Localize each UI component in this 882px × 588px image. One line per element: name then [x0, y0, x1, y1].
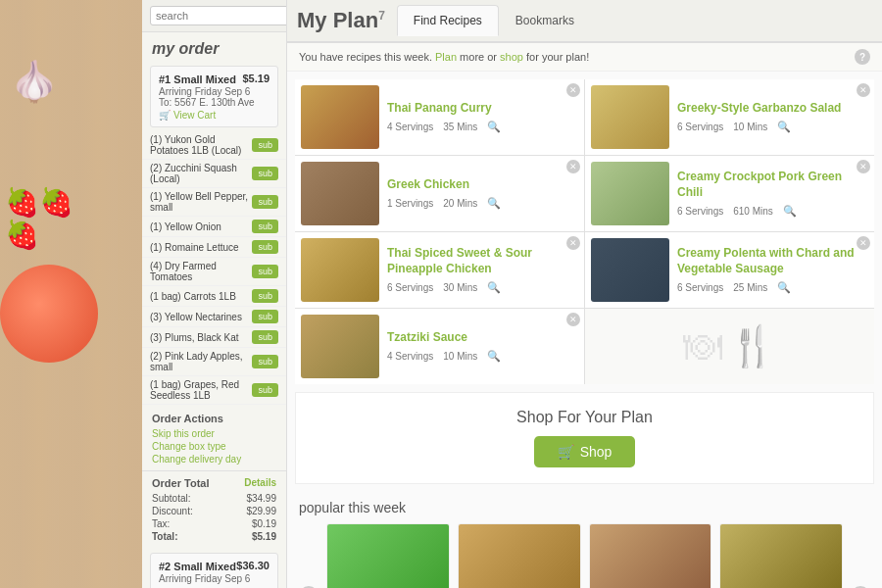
notif-more: more or: [460, 51, 497, 63]
order-total-section: Order Total Details Subtotal: $34.99 Dis…: [142, 470, 286, 549]
order-title-1: #1 Small Mixed: [159, 74, 236, 85]
subtotal-row: Subtotal: $34.99: [152, 492, 276, 505]
recipe-image: [591, 238, 669, 302]
skip-order-link[interactable]: Skip this order: [152, 428, 276, 439]
popular-card[interactable]: Chickpea Quinoa Pineapple Burgers 10 peo…: [589, 523, 712, 588]
sub-button[interactable]: sub: [252, 240, 278, 254]
plan-title: My Plan7: [297, 0, 397, 41]
remove-recipe-button[interactable]: ✕: [566, 313, 580, 326]
recipe-search-icon[interactable]: 🔍: [487, 121, 501, 133]
recipe-search-icon[interactable]: 🔍: [783, 205, 797, 218]
remove-recipe-button[interactable]: ✕: [566, 236, 580, 250]
recipe-name[interactable]: Creamy Polenta with Chard and Vegetable …: [677, 246, 868, 276]
change-delivery-link[interactable]: Change delivery day: [152, 454, 276, 465]
order-item-name: (1) Yukon Gold Potatoes 1LB (Local): [150, 134, 252, 156]
popular-image: [459, 524, 580, 588]
view-cart-label: View Cart: [173, 110, 216, 121]
recipe-search-icon[interactable]: 🔍: [487, 281, 501, 294]
popular-image: [720, 524, 842, 588]
recipe-time: 35 Mins: [443, 122, 477, 132]
recipe-image: [591, 85, 669, 149]
sub-button[interactable]: sub: [252, 138, 278, 152]
grapefruit-icon: [0, 265, 98, 363]
remove-recipe-button[interactable]: ✕: [566, 83, 580, 97]
main-content: My Plan7 Find Recipes Bookmarks You have…: [287, 0, 882, 588]
discount-label: Discount:: [152, 506, 193, 516]
tab-bookmarks[interactable]: Bookmarks: [499, 5, 591, 36]
recipe-info: Creamy Crockpot Pork Green Chili 6 Servi…: [677, 170, 868, 217]
sub-button[interactable]: sub: [252, 355, 278, 368]
remove-recipe-button[interactable]: ✕: [566, 160, 580, 173]
header-tabs: My Plan7 Find Recipes Bookmarks: [287, 0, 882, 43]
sidebar: 🔍 my order $5.19 #1 Small Mixed Arriving…: [142, 0, 287, 588]
order-item-name: (2) Zucchini Squash (Local): [150, 163, 252, 184]
sub-button[interactable]: sub: [252, 289, 278, 303]
garlic-icon: 🧄: [10, 59, 59, 105]
notif-end: for your plan!: [526, 51, 589, 63]
plan-link[interactable]: Plan: [435, 51, 457, 63]
recipe-name[interactable]: Thai Panang Curry: [387, 101, 578, 117]
recipe-name[interactable]: Thai Spiced Sweet & Sour Pineapple Chick…: [387, 246, 578, 276]
search-bar: 🔍: [142, 0, 286, 32]
order-item-name: (1 bag) Carrots 1LB: [150, 291, 252, 302]
recipe-search-icon[interactable]: 🔍: [487, 197, 501, 210]
recipe-name[interactable]: Tzatziki Sauce: [387, 330, 578, 346]
recipe-time: 20 Mins: [443, 198, 477, 209]
order-item-name: (3) Yellow Nectarines: [150, 312, 252, 322]
remove-recipe-button[interactable]: ✕: [857, 236, 870, 250]
order-details-link[interactable]: Details: [244, 477, 276, 489]
discount-row: Discount: $29.99: [152, 505, 276, 517]
order-item-name: (3) Plums, Black Kat: [150, 332, 252, 343]
order-address-1: To: 5567 E. 130th Ave: [159, 97, 270, 108]
shop-link[interactable]: shop: [500, 51, 523, 63]
left-decoration: 🧄 🍓🍓🍓: [0, 0, 147, 588]
tab-find-recipes[interactable]: Find Recipes: [397, 5, 499, 36]
recipe-card: Greek Chicken 1 Servings 20 Mins 🔍 ✕: [295, 156, 584, 231]
change-box-link[interactable]: Change box type: [152, 441, 276, 452]
remove-recipe-button[interactable]: ✕: [857, 160, 870, 173]
order-item: (3) Plums, Black Kat sub: [142, 327, 286, 348]
remove-recipe-button[interactable]: ✕: [857, 83, 870, 97]
order-item-name: (1) Romaine Lettuce: [150, 242, 252, 253]
popular-card[interactable]: Spinach and Mushroom Quesadillas 10 peop…: [719, 523, 843, 588]
recipe-meta: 6 Servings 10 Mins 🔍: [677, 121, 868, 133]
recipe-name[interactable]: Greek Chicken: [387, 177, 578, 193]
popular-grid: ‹ Mango-Strawberry Supergreens Smoothie …: [299, 523, 870, 588]
recipe-info: Thai Spiced Sweet & Sour Pineapple Chick…: [387, 246, 578, 293]
recipe-search-icon[interactable]: 🔍: [777, 281, 791, 294]
sub-button[interactable]: sub: [252, 220, 278, 233]
order-arriving-2: Arriving Friday Sep 6: [159, 573, 270, 584]
recipe-servings: 4 Servings: [387, 351, 433, 362]
sub-button[interactable]: sub: [252, 195, 278, 209]
recipe-card: Creamy Polenta with Chard and Vegetable …: [585, 232, 874, 308]
recipe-name[interactable]: Greeky-Style Garbanzo Salad: [677, 101, 868, 117]
help-icon[interactable]: ?: [855, 49, 870, 65]
sub-button[interactable]: sub: [252, 310, 278, 323]
order-item-name: (1) Yellow Bell Pepper, small: [150, 191, 252, 213]
sub-button[interactable]: sub: [252, 383, 278, 397]
shop-button-label: Shop: [580, 444, 612, 460]
recipe-meta: 4 Servings 10 Mins 🔍: [387, 350, 578, 363]
recipe-search-icon[interactable]: 🔍: [777, 121, 791, 133]
sub-button[interactable]: sub: [252, 330, 278, 344]
plate-placeholder-icon: 🍽🍴: [683, 323, 777, 369]
recipe-card: 🍽🍴: [585, 309, 874, 384]
popular-card[interactable]: Mango-Strawberry Supergreens Smoothie 12…: [326, 523, 450, 588]
search-input[interactable]: [150, 6, 287, 25]
order-item: (1) Yellow Bell Pepper, small sub: [142, 188, 286, 217]
recipe-name[interactable]: Creamy Crockpot Pork Green Chili: [677, 170, 868, 200]
order-price-1: $5.19: [242, 73, 270, 84]
view-cart-link[interactable]: 🛒 View Cart: [159, 110, 270, 121]
popular-card[interactable]: Swiss Chard Lasagna Rollups 12 people ma…: [458, 523, 581, 588]
recipe-card: Thai Panang Curry 4 Servings 35 Mins 🔍 ✕: [295, 79, 584, 155]
order-actions-title: Order Actions: [152, 413, 276, 424]
order-item: (2) Zucchini Squash (Local) sub: [142, 160, 286, 188]
popular-image: [590, 524, 711, 588]
sub-button[interactable]: sub: [252, 167, 278, 180]
sub-button[interactable]: sub: [252, 265, 278, 278]
recipe-servings: 6 Servings: [677, 282, 723, 293]
shop-button[interactable]: 🛒 Shop: [534, 436, 636, 467]
recipe-image: [301, 238, 379, 302]
order-item: (3) Yellow Nectarines sub: [142, 307, 286, 327]
recipe-search-icon[interactable]: 🔍: [487, 350, 501, 363]
